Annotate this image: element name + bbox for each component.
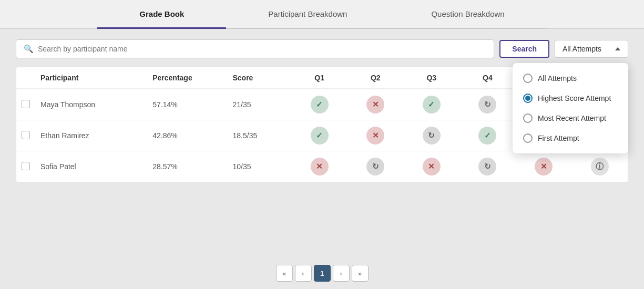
cell-q1-0: ✓ [291,89,347,120]
answer-icon-q1: ✕ [311,158,329,176]
search-box: 🔍 [16,39,494,58]
row-checkbox-2[interactable] [22,162,30,170]
option-all-attempts[interactable]: All Attempts [513,68,628,88]
cell-q4-2: ↻ [459,151,516,182]
cell-q2-2: ↻ [347,151,404,182]
cell-name-2: Sofia Patel [35,151,147,182]
row-checkbox-0[interactable] [22,100,30,108]
search-input[interactable] [38,45,486,53]
answer-icon-q3: ✓ [423,96,441,113]
cell-percentage-1: 42.86% [147,120,227,151]
pagination-first[interactable]: « [276,265,293,282]
answer-icon-q2: ✕ [366,127,384,145]
tab-participant-breakdown[interactable]: Participant Breakdown [226,0,389,28]
answer-icon-q4: ✓ [478,127,496,145]
cell-name-0: Maya Thompson [35,89,147,120]
answer-icon-q4: ↻ [478,158,496,176]
cell-percentage-2: 28.57% [147,151,227,182]
cell-q3-0: ✓ [404,89,460,120]
answer-icon-q3: ↻ [423,127,441,145]
col-header-score: Score [228,67,292,89]
cell-q1-2: ✕ [291,151,347,182]
cell-score-2: 10/35 [228,151,292,182]
radio-first-attempt [523,133,533,143]
col-header-q4: Q4 [459,67,516,89]
attempts-dropdown: All Attempts All Attempts Highest Score … [555,40,628,58]
row-checkbox-1[interactable] [22,131,30,139]
radio-highest-score [523,94,533,103]
answer-icon-q5: ✕ [535,158,553,176]
pagination-prev[interactable]: ‹ [295,265,312,282]
pagination: « ‹ 1 › » [0,257,644,289]
cell-score-1: 18.5/35 [228,120,292,151]
chevron-up-icon [615,47,620,50]
cell-q6-2: ⓘ [571,151,628,182]
cell-q5-2: ✕ [516,151,572,182]
cell-q3-1: ↻ [404,120,460,151]
cell-q1-1: ✓ [291,120,347,151]
pagination-last[interactable]: » [352,265,369,282]
search-button[interactable]: Search [499,40,549,58]
col-header-percentage: Percentage [147,67,227,89]
cell-q4-1: ✓ [459,120,516,151]
tabs-bar: Grade Book Participant Breakdown Questio… [0,0,644,29]
answer-icon-q2: ↻ [366,158,384,176]
cell-q3-2: ✕ [404,151,460,182]
search-icon: 🔍 [24,44,34,54]
cell-percentage-0: 57.14% [147,89,227,120]
radio-most-recent [523,113,533,123]
answer-icon-q2: ✕ [366,96,384,113]
radio-all-attempts [523,74,533,83]
header-checkbox-cell [16,67,35,89]
option-highest-score[interactable]: Highest Score Attempt [513,88,628,108]
pagination-next[interactable]: › [333,265,350,282]
radio-inner-dot [525,96,530,101]
tab-question-breakdown[interactable]: Question Breakdown [389,0,546,28]
cell-q2-0: ✕ [347,89,404,120]
answer-icon-q1: ✓ [311,127,329,145]
cell-score-0: 21/35 [228,89,292,120]
cell-q4-0: ↻ [459,89,516,120]
attempts-dropdown-panel: All Attempts Highest Score Attempt Most … [513,63,628,153]
search-row: 🔍 Search All Attempts All Attempts [16,39,628,58]
main-container: Grade Book Participant Breakdown Questio… [0,0,644,289]
content-area: 🔍 Search All Attempts All Attempts [0,29,644,257]
col-header-participant: Participant [35,67,147,89]
table-row: Sofia Patel28.57%10/35✕↻✕↻✕ⓘ [16,151,628,182]
cell-name-1: Ethan Ramirez [35,120,147,151]
col-header-q3: Q3 [404,67,460,89]
answer-icon-q3: ✕ [423,158,441,176]
option-most-recent[interactable]: Most Recent Attempt [513,108,628,128]
attempts-dropdown-button[interactable]: All Attempts [555,40,628,58]
col-header-q1: Q1 [291,67,347,89]
option-first-attempt[interactable]: First Attempt [513,128,628,148]
answer-icon-q4: ↻ [478,96,496,113]
answer-icon-q1: ✓ [311,96,329,113]
pagination-page-1[interactable]: 1 [314,265,331,282]
col-header-q2: Q2 [347,67,404,89]
tab-grade-book[interactable]: Grade Book [97,0,226,28]
answer-icon-q6: ⓘ [591,158,609,176]
cell-q2-1: ✕ [347,120,404,151]
